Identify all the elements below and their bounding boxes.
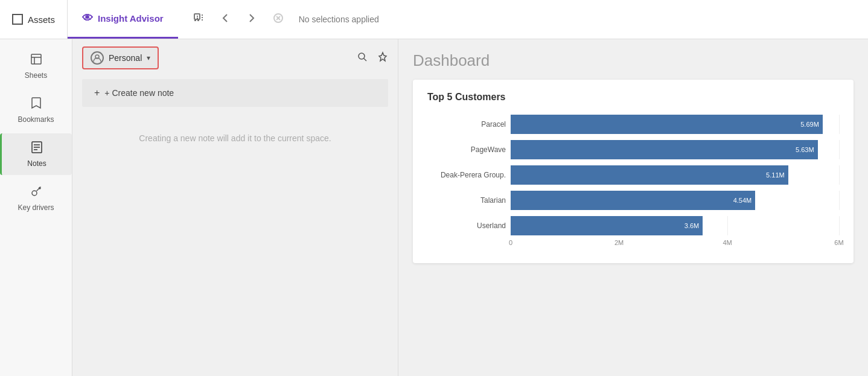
insight-advisor-tab[interactable]: 👁 Insight Advisor [68, 0, 178, 39]
sidebar-item-notes[interactable]: Notes [0, 133, 72, 175]
bar-fill: 5.69M [511, 115, 823, 134]
bar-label: Userland [427, 221, 506, 230]
bar-row: Deak-Perera Group.5.11M [427, 165, 839, 185]
plus-icon: + [94, 88, 100, 98]
assets-label: Assets [28, 14, 55, 25]
bar-fill: 4.54M [511, 191, 755, 210]
topbar: Assets 👁 Insight Advisor No selections a… [0, 0, 868, 39]
bar-value: 5.69M [800, 121, 819, 128]
bar-row: PageWave5.63M [427, 140, 839, 159]
key-drivers-icon [30, 185, 43, 200]
back-action-btn[interactable] [217, 10, 234, 30]
bar-track: 5.63M [511, 140, 839, 159]
bar-fill: 5.11M [511, 165, 788, 185]
sidebar-item-key-drivers[interactable]: Key drivers [0, 177, 72, 219]
dashboard-title: Dashboard [413, 51, 854, 70]
create-note-label: + Create new note [104, 88, 174, 98]
left-sidebar: Sheets Bookmarks Notes Key drivers [0, 39, 72, 376]
svg-line-15 [364, 59, 366, 61]
notes-label: Notes [27, 159, 46, 168]
pin-icon[interactable] [377, 51, 388, 65]
bar-value: 4.54M [733, 197, 752, 204]
notes-empty-message: Creating a new note will add it to the c… [72, 133, 398, 143]
assets-button[interactable]: Assets [0, 0, 68, 39]
x-tick: 2M [614, 239, 624, 246]
sidebar-item-bookmarks[interactable]: Bookmarks [0, 89, 72, 131]
notes-header: Personal ▾ [72, 39, 398, 77]
dashboard-area: Dashboard Top 5 Customers Paracel5.69MPa… [398, 39, 868, 376]
bar-row: Userland3.6M [427, 216, 839, 235]
dropdown-chevron-icon: ▾ [147, 54, 150, 62]
chart-title: Top 5 Customers [427, 92, 839, 103]
forward-action-btn[interactable] [243, 10, 260, 30]
chart-x-axis: 02M4M6M [511, 239, 839, 251]
bar-track: 4.54M [511, 191, 839, 210]
sheets-label: Sheets [25, 71, 47, 80]
assets-icon [12, 14, 23, 25]
bookmarks-label: Bookmarks [18, 115, 54, 124]
bar-label: Deak-Perera Group. [427, 171, 506, 179]
main-layout: Sheets Bookmarks Notes Key drivers [0, 39, 868, 376]
bar-chart: Paracel5.69MPageWave5.63MDeak-Perera Gro… [427, 115, 839, 235]
bar-fill: 5.63M [511, 140, 818, 159]
bar-label: Talarian [427, 196, 506, 205]
sidebar-item-sheets[interactable]: Sheets [0, 45, 72, 87]
person-icon [91, 51, 104, 65]
chart-card: Top 5 Customers Paracel5.69MPageWave5.63… [413, 80, 854, 263]
notes-icon [31, 141, 43, 156]
bar-row: Talarian4.54M [427, 191, 839, 210]
svg-rect-5 [31, 54, 41, 64]
bar-value: 5.11M [766, 171, 785, 179]
no-selections-label: No selections applied [299, 14, 379, 24]
bookmarks-icon [31, 97, 42, 112]
x-tick: 0 [509, 239, 512, 246]
notes-panel: Personal ▾ + + Create new note Creating … [72, 39, 398, 376]
svg-point-12 [32, 191, 37, 196]
bar-fill: 3.6M [511, 216, 703, 235]
notes-header-actions [357, 51, 388, 65]
insight-icon: 👁 [82, 12, 93, 25]
bar-value: 3.6M [685, 222, 699, 229]
bar-label: PageWave [427, 145, 506, 154]
topbar-actions: No selections applied [178, 10, 868, 30]
search-action-btn[interactable] [190, 10, 207, 29]
bar-row: Paracel5.69M [427, 115, 839, 134]
x-tick: 4M [723, 239, 732, 246]
x-tick: 6M [834, 239, 843, 246]
bar-track: 3.6M [511, 216, 839, 235]
insight-label: Insight Advisor [98, 13, 164, 24]
key-drivers-label: Key drivers [18, 203, 54, 212]
personal-label: Personal [109, 53, 142, 63]
svg-point-14 [359, 53, 365, 59]
personal-dropdown[interactable]: Personal ▾ [82, 46, 159, 69]
search-notes-icon[interactable] [357, 51, 368, 65]
sheets-icon [30, 53, 43, 68]
create-note-button[interactable]: + + Create new note [82, 79, 388, 107]
clear-action-btn[interactable] [270, 10, 287, 30]
bar-label: Paracel [427, 120, 506, 129]
bar-value: 5.63M [796, 146, 814, 153]
bar-track: 5.11M [511, 165, 839, 185]
bar-track: 5.69M [511, 115, 839, 134]
